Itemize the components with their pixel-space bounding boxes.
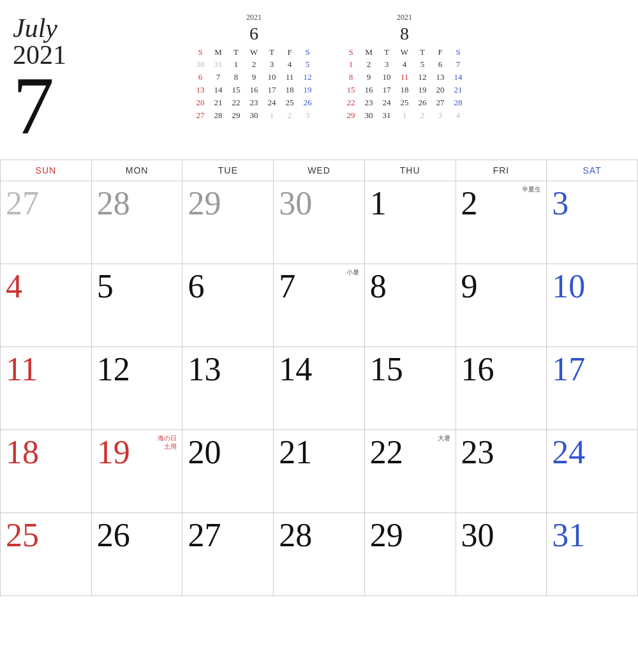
mini-cell: 24 <box>263 96 281 109</box>
mini-cell: 14 <box>209 84 227 96</box>
date-number: 23 <box>461 434 494 470</box>
mini-cal-june: 2021 6 S M T W T F S 30 <box>191 13 316 122</box>
mini-cell: 11 <box>396 71 413 84</box>
mini-cal-june-table: S M T W T F S 30 31 1 2 3 <box>191 47 316 122</box>
cell-jul30: 30 <box>456 513 547 596</box>
date-number: 30 <box>279 185 312 221</box>
cell-jun27: 27 <box>1 181 92 264</box>
date-number: 18 <box>6 434 39 470</box>
mini-june-sat-header: S <box>299 47 316 58</box>
cell-jul27: 27 <box>182 513 274 596</box>
cell-jul26: 26 <box>92 513 183 596</box>
mini-cell: 21 <box>449 84 467 96</box>
week-row-2: 4 5 6 7 小暑 8 9 10 <box>1 264 638 347</box>
mini-calendars: 2021 6 S M T W T F S 30 <box>191 13 467 122</box>
date-number: 3 <box>552 185 568 221</box>
cell-jul15: 15 <box>365 347 456 430</box>
mini-cell: 12 <box>413 71 431 84</box>
cell-jul1: 1 <box>365 181 456 264</box>
header-fri: FRI <box>456 160 547 181</box>
mini-june-tue-header: T <box>227 47 245 58</box>
week-row-1: 27 28 29 30 1 2 半夏生 3 <box>1 181 638 264</box>
week-row-5: 25 26 27 28 29 30 31 <box>1 513 638 596</box>
mini-cell: 22 <box>227 96 245 109</box>
cell-jul25: 25 <box>1 513 92 596</box>
mini-cell: 31 <box>378 109 396 122</box>
date-number: 10 <box>552 268 585 304</box>
mini-cal-august: 2021 8 S M T W T F S 1 <box>342 13 467 122</box>
mini-cal-june-year: 2021 <box>191 13 316 22</box>
date-number: 6 <box>188 268 204 304</box>
mini-cell: 16 <box>245 84 263 96</box>
mini-cell: 7 <box>209 71 227 84</box>
mini-aug-tue-header: T <box>378 47 396 58</box>
mini-cell: 27 <box>431 96 449 109</box>
date-number: 28 <box>97 185 130 221</box>
mini-cell: 3 <box>263 58 281 71</box>
date-number: 31 <box>552 517 585 553</box>
cell-jul11: 11 <box>1 347 92 430</box>
mini-cell: 26 <box>299 96 316 109</box>
mini-cell: 3 <box>299 109 316 122</box>
cell-note-hange: 半夏生 <box>522 185 541 193</box>
date-number: 28 <box>279 517 312 553</box>
header-sat: SAT <box>547 160 638 181</box>
mini-cell: 10 <box>263 71 281 84</box>
calendar-rows: 27 28 29 30 1 2 半夏生 3 <box>0 181 638 596</box>
mini-cell: 17 <box>378 84 396 96</box>
cell-jul10: 10 <box>547 264 638 347</box>
mini-june-sun-header: S <box>191 47 209 58</box>
cell-jul13: 13 <box>182 347 274 430</box>
mini-cell: 19 <box>413 84 431 96</box>
cell-jul16: 16 <box>456 347 547 430</box>
date-number: 25 <box>6 517 39 553</box>
mini-cell: 5 <box>413 58 431 71</box>
date-number: 2 <box>461 185 478 221</box>
mini-cell: 25 <box>281 96 299 109</box>
mini-cell: 30 <box>360 109 378 122</box>
date-number: 30 <box>461 517 494 553</box>
date-number: 17 <box>552 351 585 387</box>
date-number: 9 <box>461 268 478 304</box>
header-tue: TUE <box>182 160 274 181</box>
cell-jun28: 28 <box>92 181 183 264</box>
mini-cell: 12 <box>299 71 316 84</box>
mini-cell: 21 <box>209 96 227 109</box>
cell-jul5: 5 <box>92 264 183 347</box>
month-title: July 2021 7 <box>13 13 140 147</box>
mini-cell: 24 <box>378 96 396 109</box>
date-number: 8 <box>370 268 387 304</box>
mini-cell: 13 <box>431 71 449 84</box>
header-mon: MON <box>92 160 183 181</box>
mini-cell: 18 <box>396 84 413 96</box>
mini-cell: 1 <box>263 109 281 122</box>
mini-cell: 3 <box>378 58 396 71</box>
mini-cell: 7 <box>449 58 467 71</box>
mini-aug-sun-header: S <box>342 47 360 58</box>
cell-jul7: 7 小暑 <box>274 264 365 347</box>
mini-cell: 2 <box>245 58 263 71</box>
cell-jul17: 17 <box>547 347 638 430</box>
month-name: July <box>13 13 140 43</box>
mini-cell: 26 <box>413 96 431 109</box>
cell-note-shosho: 小暑 <box>346 268 359 276</box>
mini-cell: 29 <box>342 109 360 122</box>
mini-cell: 25 <box>396 96 413 109</box>
header-sun: SUN <box>1 160 92 181</box>
mini-aug-mon-header: M <box>360 47 378 58</box>
cell-jul8: 8 <box>365 264 456 347</box>
cell-note-uminohi: 海の日土用 <box>158 434 177 451</box>
mini-cell: 20 <box>191 96 209 109</box>
date-number: 15 <box>370 351 403 387</box>
mini-june-fri-header: F <box>281 47 299 58</box>
cell-jul23: 23 <box>456 430 547 513</box>
mini-cell: 6 <box>431 58 449 71</box>
mini-cell: 15 <box>342 84 360 96</box>
date-number: 29 <box>370 517 403 553</box>
mini-cell: 2 <box>360 58 378 71</box>
date-number: 20 <box>188 434 221 470</box>
mini-cell: 30 <box>245 109 263 122</box>
cell-jul12: 12 <box>92 347 183 430</box>
mini-cell: 9 <box>360 71 378 84</box>
mini-cell: 1 <box>396 109 413 122</box>
